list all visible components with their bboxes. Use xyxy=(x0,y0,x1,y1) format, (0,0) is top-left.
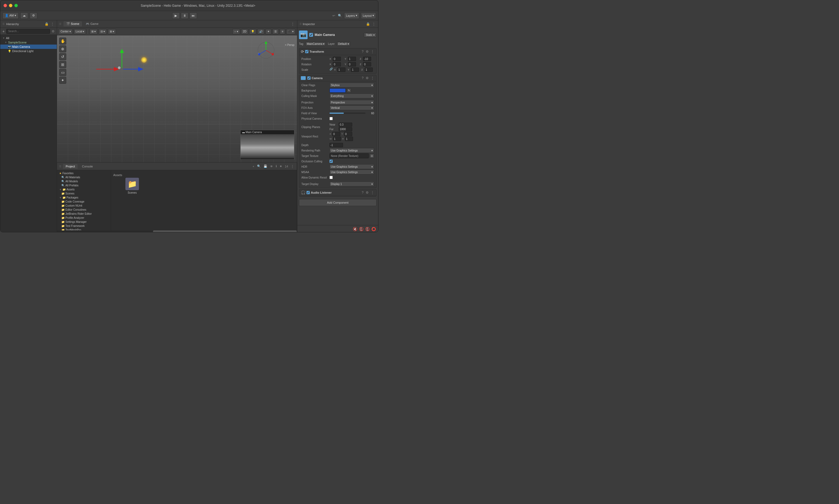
add-project-btn[interactable]: + xyxy=(252,165,255,168)
undo-btn[interactable]: ↩ xyxy=(332,14,336,18)
pause-button[interactable]: ⏸ xyxy=(181,13,188,19)
settings-btn[interactable]: ⚙ xyxy=(30,13,37,19)
add-component-button[interactable]: Add Component xyxy=(299,199,377,206)
scale-gizmo[interactable]: ⊞ xyxy=(59,61,66,68)
light-btn[interactable]: 💡 xyxy=(249,29,256,34)
background-edit-btn[interactable]: ✎ xyxy=(347,88,351,93)
near-input[interactable] xyxy=(339,123,352,127)
camera-menu-btn[interactable]: ⋮ xyxy=(370,76,374,80)
hierarchy-item-directionallight[interactable]: 💡 Directional Light xyxy=(0,49,57,53)
audio-help-btn[interactable]: ? xyxy=(361,191,364,195)
fx-btn[interactable]: ✦ xyxy=(265,29,272,34)
hierarchy-item-all[interactable]: ▼ All xyxy=(0,36,57,40)
occlusion-checkbox[interactable] xyxy=(330,160,333,163)
tree-pkg-settings[interactable]: 📁Settings Manager xyxy=(58,220,110,224)
camera-comp-header[interactable]: Camera ? ⚙ ⋮ xyxy=(299,75,376,81)
vp-x-input[interactable] xyxy=(332,132,340,136)
project-menu-btn[interactable]: ⋮ xyxy=(290,164,295,168)
view-options[interactable]: ○ ▾ xyxy=(232,29,240,34)
center-dropdown[interactable]: Center ▾ xyxy=(59,29,73,34)
scene-gizmos-btn[interactable]: ☰ xyxy=(273,29,279,34)
project-scrollbar[interactable] xyxy=(57,230,297,232)
camera-toggle[interactable] xyxy=(307,76,311,80)
rect-gizmo[interactable]: ▭ xyxy=(59,69,66,76)
hdr-dropdown[interactable]: Use Graphics Settings ▾ xyxy=(330,164,374,169)
tree-item-assets[interactable]: ▼ 📁 Assets xyxy=(58,187,110,192)
transform-settings-btn[interactable]: ⚙ xyxy=(365,50,369,53)
tree-pkg-textmeshpro[interactable]: 📁TextMeshPro xyxy=(58,228,110,230)
search-btn[interactable]: 🔍 xyxy=(337,14,343,18)
asset-scenes-folder[interactable]: 📁 Scenes xyxy=(124,177,140,195)
scale-y-input[interactable] xyxy=(351,68,359,72)
audio-listener-toggle[interactable] xyxy=(307,191,310,194)
rotation-y-input[interactable] xyxy=(348,62,356,67)
camera-help-btn[interactable]: ? xyxy=(361,76,364,80)
transform-menu-btn[interactable]: ⋮ xyxy=(370,50,374,53)
tree-item-favorites[interactable]: ★ Favorites xyxy=(58,171,110,175)
tree-pkg-profiler[interactable]: 📁Profile Analyzer xyxy=(58,216,110,220)
rotate-gizmo[interactable]: ↺ xyxy=(59,53,66,60)
tab-project[interactable]: Project xyxy=(63,164,77,169)
static-dropdown[interactable]: Static ▾ xyxy=(364,33,377,37)
audio-menu-btn[interactable]: ⋮ xyxy=(370,191,374,195)
tag-dropdown[interactable]: MainCamera ▾ xyxy=(305,42,326,46)
tree-item-scenes[interactable]: 📁 Scenes xyxy=(58,192,110,196)
tab-console[interactable]: Console xyxy=(79,164,95,169)
dynamic-res-checkbox[interactable] xyxy=(330,176,333,179)
transform-help-btn[interactable]: ? xyxy=(361,50,364,53)
tab-game[interactable]: 🎮 Game xyxy=(83,21,101,26)
fov-slider[interactable] xyxy=(330,113,365,114)
2d-btn[interactable]: 2D xyxy=(241,29,248,34)
position-y-input[interactable] xyxy=(348,57,356,61)
audio-settings-btn[interactable]: ⚙ xyxy=(365,191,369,195)
tree-item-packages[interactable]: ▼ 📁 Packages xyxy=(58,196,110,200)
overlay-btn[interactable]: ≡ xyxy=(280,29,285,34)
minimize-button[interactable] xyxy=(9,4,13,7)
hierarchy-item-samplescene[interactable]: ▼ SampleScene xyxy=(0,40,57,44)
scale-z-input[interactable] xyxy=(365,68,373,72)
layers-dropdown[interactable]: Layers ▾ xyxy=(344,13,359,19)
fullscreen-button[interactable] xyxy=(14,4,18,7)
position-z-input[interactable] xyxy=(363,57,371,61)
rendering-path-dropdown[interactable]: Use Graphics Settings ▾ xyxy=(330,148,374,153)
move-gizmo[interactable]: ⊕ xyxy=(59,46,66,52)
position-x-input[interactable] xyxy=(333,57,341,61)
move-tool[interactable]: ⊞ ▾ xyxy=(89,29,98,34)
audio-listener-header[interactable]: 🎧 Audio Listener ? ⚙ ⋮ xyxy=(299,189,376,196)
far-input[interactable] xyxy=(339,127,352,131)
close-button[interactable] xyxy=(3,4,7,7)
vp-w-input[interactable] xyxy=(333,137,341,141)
tree-pkg-codecoverage[interactable]: 📁Code Coverage xyxy=(58,200,110,204)
info-btn[interactable]: ℹ xyxy=(275,164,277,168)
vp-y-input[interactable] xyxy=(344,132,352,136)
tree-pkg-rider[interactable]: 📁JetBrains Rider Editor xyxy=(58,212,110,216)
lock-icon[interactable]: 🔒 xyxy=(44,22,49,26)
star-btn[interactable]: ★ xyxy=(279,164,283,168)
projection-dropdown[interactable]: Perspective ▾ xyxy=(330,100,374,105)
fov-axis-dropdown[interactable]: Vertical ▾ xyxy=(330,105,374,110)
rotation-z-input[interactable] xyxy=(363,62,371,67)
play-button[interactable]: ▶ xyxy=(172,13,180,19)
scene-menu-btn[interactable]: ⋮ xyxy=(291,22,295,26)
hand-tool[interactable]: ✋ xyxy=(59,38,66,44)
render-mode-btn[interactable]: ⬛ ▾ xyxy=(286,29,295,34)
hierarchy-search[interactable] xyxy=(6,29,50,34)
target-texture-select-btn[interactable]: ◎ xyxy=(370,154,374,158)
tree-pkg-nunit[interactable]: 📁Custom NUnit xyxy=(58,204,110,208)
grid-tool[interactable]: ⊟ ▾ xyxy=(99,29,107,34)
snap-tool[interactable]: ⊞ ▾ xyxy=(108,29,116,34)
account-btn[interactable]: 👤 AM ▾ xyxy=(2,13,19,19)
target-display-dropdown[interactable]: Display 1 ▾ xyxy=(330,181,374,186)
depth-input[interactable] xyxy=(330,143,343,147)
cloud-btn[interactable]: ☁ xyxy=(20,13,28,19)
hierarchy-menu-btn[interactable]: ⋮ xyxy=(50,22,55,26)
audio-btn[interactable]: 🔊 xyxy=(257,29,264,34)
tree-pkg-editorcoroutines[interactable]: 📁Editor Coroutines xyxy=(58,208,110,212)
save-btn[interactable]: 💾 xyxy=(263,164,268,168)
hierarchy-item-maincamera[interactable]: 📷 Main Camera xyxy=(0,44,57,49)
background-color-swatch[interactable] xyxy=(330,88,346,93)
tree-item-prefabs[interactable]: 🔍All Prefabs xyxy=(58,183,110,187)
vp-h-input[interactable] xyxy=(345,137,353,141)
rotation-x-input[interactable] xyxy=(333,62,341,67)
add-hierarchy-btn[interactable]: + xyxy=(2,29,5,34)
